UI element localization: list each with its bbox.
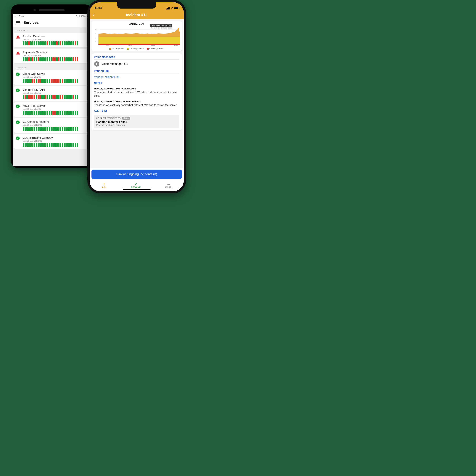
chart-legend: CPU usage: user CPU usage: system CPU us… [93,47,180,50]
status-right: ⋮₊ıll 87% ▮ 4: [75,15,89,17]
notes-header: NOTES [94,82,179,85]
section-healthy: HEALTHY [13,65,90,70]
exclaim-icon: ! [103,183,105,186]
service-name: Product Database [23,34,86,38]
iphone-screen: 11:45 ⌄̂ ‹ Incident #12 CPU Usage - % CP… [90,2,184,191]
voice-header: VOICE MESSAGES [94,56,179,60]
uptime-bars [23,111,86,115]
uptime-bars [23,95,86,99]
iphone-frame: 11:45 ⌄̂ ‹ Incident #12 CPU Usage - % CP… [87,0,186,193]
app-header: Services [13,18,90,27]
service-uptime: Last 30 Days (67%) [23,76,86,78]
svg-text:10: 10 [95,41,97,43]
uptime-bars [23,143,86,147]
android-screen: ◐ ⌂ G ••• ⋮₊ıll 87% ▮ 4: Services IMPACT… [13,14,90,166]
check-icon: ✓ [16,104,20,108]
android-camera-dot [34,9,36,11]
vendor-link[interactable]: Vendor Incident Link [94,75,179,78]
tab-more[interactable]: ••• MORE [165,183,171,188]
iphone-notch [117,2,156,9]
cpu-chart-card: CPU Usage - % CPU usage: user: 20.00 % T… [91,21,182,51]
ios-nav-bar: ‹ Incident #12 [90,10,184,19]
incident-content[interactable]: CPU Usage - % CPU usage: user: 20.00 % T… [90,19,184,168]
alert-icon [16,51,20,54]
svg-text:40: 40 [95,29,97,31]
svg-text:20: 20 [95,37,97,39]
check-icon: ✓ [16,136,20,140]
service-name: CUSM Trading Gateway [23,136,86,139]
tab-resolve[interactable]: ✓ RESOLVE [131,183,141,188]
service-name: Payments Gateway [23,51,86,54]
alert-state: TRIGGERED [107,117,120,119]
more-icon: ••• [167,183,170,186]
check-icon: ✓ [16,120,20,124]
voice-label: Voice Messages (1) [102,62,128,66]
services-scroll[interactable]: IMPACTED Product DatabaseLast 30 Days (8… [13,27,90,166]
uptime-bars [23,41,86,45]
note-meta: Nov 11, 2020 07:01 PM - Jennifer Ballero [94,100,179,103]
svg-text:06:00: 06:00 [151,44,155,46]
alert-icon [16,35,20,38]
android-phone-frame: ◐ ⌂ G ••• ⋮₊ıll 87% ▮ 4: Services IMPACT… [11,4,92,168]
status-left-icons: ◐ ⌂ G [15,15,20,17]
service-card[interactable]: ✓CUSM Trading GatewayLast 30 Days (100%) [14,134,89,149]
service-card[interactable]: ✓Client Web ServerLast 30 Days (67%) [14,70,89,85]
incident-details-card: VOICE MESSAGES Voice Messages (1) VENDOR… [91,53,182,130]
back-button[interactable]: ‹ [93,12,95,18]
service-name: Vendor REST API [23,88,86,91]
note-body: The issue was actually somewhat differen… [94,103,179,107]
severity-badge: Critical [122,117,131,119]
service-uptime: Last 30 Days (63%) [23,92,86,94]
service-card[interactable]: Payments GatewayLast 30 Days (73%) [14,49,89,63]
service-uptime: Last 30 Days (73%) [23,54,86,56]
nav-title: Incident #12 [126,13,147,17]
service-card[interactable]: ✓MSJP FTP ServerLast 30 Days (93%) [14,102,89,117]
alert-item[interactable]: 07:24 PM TRIGGERED Critical Position Mon… [94,115,179,128]
uptime-bars [23,127,86,131]
service-uptime: Last 30 Days (83%) [23,38,86,41]
service-name: Client Web Server [23,72,86,75]
voice-message-row[interactable]: Voice Messages (1) [94,61,179,67]
service-uptime: Last 30 Days (100%) [23,140,86,142]
status-time: 11:45 [94,6,102,10]
menu-icon[interactable] [16,21,20,24]
alerts-header: ALERTS (3) [94,110,179,113]
tab-ack[interactable]: ! ACK [102,183,106,188]
page-title: Services [23,20,39,25]
check-icon: ✓ [16,72,20,76]
note-item: Nov 11, 2020 07:01 PM - Adam Louis This … [94,87,179,98]
svg-text:30: 30 [95,33,97,34]
check-icon: ✓ [16,88,20,92]
svg-point-8 [178,28,179,29]
service-card[interactable]: ✓Vendor REST APILast 30 Days (63%) [14,86,89,101]
chart-time-range: Tue 11:55:00 - 12:00:00 +00:00 [151,27,172,29]
chart-tooltip: CPU usage: user: 20.00 % [150,24,172,27]
status-more-icon: ••• [21,15,24,17]
alert-title: Position Monitor Failed [96,120,177,123]
service-name: MSJP FTP Server [23,104,86,107]
android-status-bar: ◐ ⌂ G ••• ⋮₊ıll 87% ▮ 4: [13,14,90,18]
service-card[interactable]: Product DatabaseLast 30 Days (83%) [14,33,89,47]
section-impacted: IMPACTED [13,27,90,33]
cellular-icon [166,7,170,9]
alert-time: 07:24 PM [96,117,106,119]
android-speaker [39,9,65,11]
wifi-icon: ⌄̂ [171,7,173,10]
uptime-bars [23,79,86,83]
battery-icon [174,7,179,9]
check-icon: ✓ [135,183,137,186]
uptime-bars [23,57,86,61]
note-item: Nov 11, 2020 07:01 PM - Jennifer Ballero… [94,100,179,107]
play-icon[interactable] [94,61,99,67]
service-card[interactable]: ✓CS Connect PlatformLast 30 Days (100%) [14,118,89,133]
vendor-header: VENDOR URL [94,70,179,73]
alert-sub: Product Database | DataDog [96,124,177,126]
service-uptime: Last 30 Days (100%) [23,124,86,126]
similar-incidents-button[interactable]: Similar Ongoing Incidents (3) [91,170,182,179]
home-indicator[interactable] [123,189,151,190]
svg-text:18:00: 18:00 [106,44,110,46]
note-body: This same alert happened last week. We s… [94,91,179,98]
svg-text:00:00: 00:00 [128,44,132,46]
service-name: CS Connect Platform [23,120,86,123]
service-uptime: Last 30 Days (93%) [23,108,86,110]
